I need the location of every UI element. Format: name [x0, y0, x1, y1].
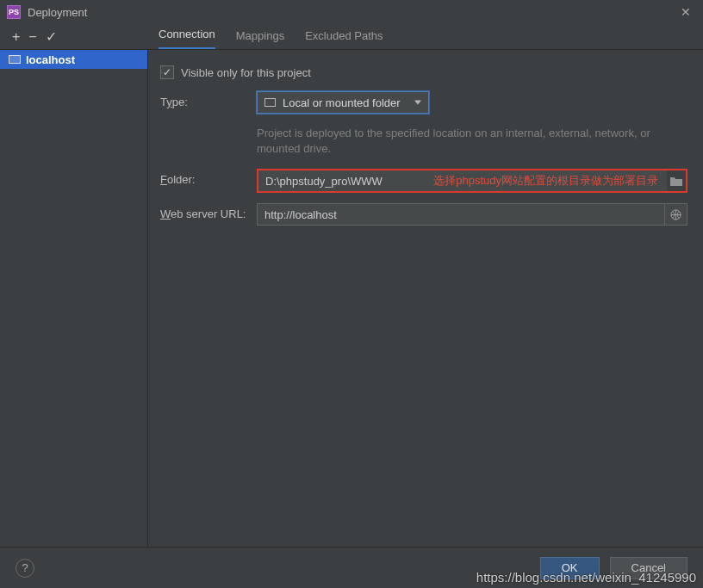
folder-label: Folder:: [160, 169, 257, 186]
remove-server-icon[interactable]: −: [28, 30, 36, 44]
tab-mappings[interactable]: Mappings: [236, 24, 284, 49]
type-combobox[interactable]: Local or mounted folder: [257, 91, 429, 114]
type-value: Local or mounted folder: [283, 96, 401, 109]
folder-browse-icon[interactable]: [667, 176, 686, 186]
titlebar: PS Deployment ✕: [0, 0, 703, 24]
close-icon[interactable]: ✕: [675, 5, 696, 19]
weburl-label: Web server URL:: [160, 203, 257, 220]
visible-only-label: Visible only for this project: [181, 66, 311, 79]
type-label: Type:: [160, 91, 257, 108]
globe-icon[interactable]: [665, 203, 687, 226]
toolbar-row: + − ✓ Connection Mappings Excluded Paths: [0, 24, 703, 50]
server-icon: [9, 55, 21, 64]
type-help-text: Project is deployed to the specified loc…: [257, 114, 653, 158]
visible-only-checkbox[interactable]: ✓: [160, 65, 174, 79]
window-title: Deployment: [28, 6, 675, 19]
sidebar-item-localhost[interactable]: localhost: [0, 50, 147, 69]
main-area: localhost ✓ Visible only for this projec…: [0, 50, 703, 547]
check-icon[interactable]: ✓: [46, 30, 57, 44]
folder-input[interactable]: [258, 170, 667, 191]
cancel-button[interactable]: Cancel: [610, 557, 687, 579]
chevron-down-icon: [414, 101, 421, 105]
app-icon: PS: [7, 5, 21, 19]
dialog-footer: ? OK Cancel: [0, 547, 703, 588]
tabbar: Connection Mappings Excluded Paths: [148, 24, 703, 49]
tab-connection[interactable]: Connection: [159, 22, 215, 49]
server-toolbar: + − ✓: [0, 24, 148, 49]
visible-only-row: ✓ Visible only for this project: [160, 65, 687, 79]
connection-panel: ✓ Visible only for this project Type: Lo…: [148, 50, 703, 547]
weburl-input[interactable]: [257, 203, 665, 226]
help-icon[interactable]: ?: [16, 559, 34, 578]
ok-button[interactable]: OK: [540, 557, 600, 579]
server-list: localhost: [0, 50, 148, 547]
add-server-icon[interactable]: +: [12, 30, 20, 44]
monitor-icon: [264, 98, 276, 107]
folder-input-row: 选择phpstudy网站配置的根目录做为部署目录: [257, 169, 687, 193]
sidebar-item-label: localhost: [26, 53, 75, 66]
tab-excluded-paths[interactable]: Excluded Paths: [305, 24, 383, 49]
weburl-input-row: [257, 203, 687, 226]
